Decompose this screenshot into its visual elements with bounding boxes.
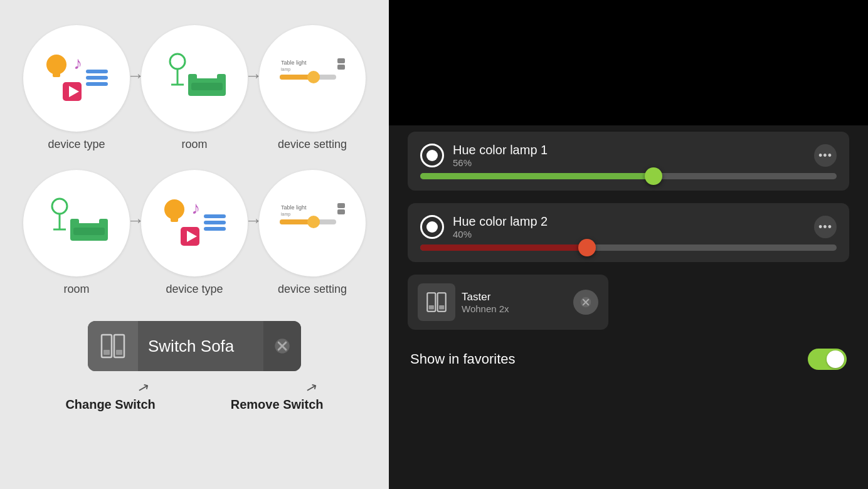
svg-point-29 (164, 199, 184, 219)
svg-rect-32 (204, 214, 226, 218)
top-step-2: room (141, 25, 248, 151)
lamp2-info: Hue color lamp 2 40% (453, 214, 805, 239)
change-switch-action: ↗ Change Switch (65, 380, 155, 412)
svg-rect-43 (337, 209, 345, 214)
switch-device-icon (99, 332, 127, 360)
top-circle-3: Table light lamp (259, 25, 366, 132)
svg-rect-21 (337, 65, 345, 70)
toggle-knob (827, 350, 844, 368)
svg-point-41 (307, 216, 320, 228)
top-step2-label: room (181, 138, 207, 151)
top-step-1: ♪ device type (23, 25, 130, 151)
bottom-circle-3: Table light lamp (259, 170, 366, 276)
top-step-3: Table light lamp device setting (259, 25, 366, 151)
taster-info: Taster Wohnen 2x (462, 291, 567, 314)
taster-device-icon (425, 291, 448, 313)
top-circle-2 (141, 25, 248, 132)
left-panel: ♪ device type → (0, 0, 389, 489)
switch-area: Switch Sofa ↗ Change Switch ↗ Remove Swi… (65, 321, 323, 412)
svg-point-8 (170, 54, 185, 69)
lamp1-more-button[interactable]: ••• (814, 144, 837, 167)
svg-rect-33 (204, 221, 226, 224)
lamp1-percent: 56% (453, 157, 805, 168)
taster-close-button[interactable] (573, 290, 598, 315)
taster-close-icon (580, 296, 592, 308)
remove-arrow: ↗ (304, 379, 319, 397)
lamp2-slider-thumb[interactable] (578, 239, 596, 256)
svg-rect-4 (86, 76, 108, 80)
lamp2-header: Hue color lamp 2 40% ••• (420, 214, 837, 239)
svg-rect-54 (439, 305, 444, 310)
svg-rect-53 (429, 305, 434, 310)
svg-rect-34 (204, 227, 226, 231)
svg-rect-47 (116, 350, 122, 355)
bottom-circle-1 (23, 170, 130, 276)
svg-text:♪: ♪ (191, 198, 200, 218)
bottom-step2-label: device type (166, 283, 223, 296)
lamp2-slider[interactable] (420, 244, 837, 251)
close-icon (273, 337, 291, 355)
bottom-step-1: room (23, 170, 130, 296)
svg-rect-5 (86, 82, 108, 86)
lamp1-sun-icon (420, 144, 444, 167)
change-arrow: ↗ (136, 379, 151, 397)
bottom-step1-label: room (63, 283, 89, 296)
lamp1-name: Hue color lamp 1 (453, 143, 805, 157)
lamp2-more-button[interactable]: ••• (814, 216, 837, 238)
lamp2-name: Hue color lamp 2 (453, 214, 805, 229)
change-switch-label[interactable]: Change Switch (65, 397, 155, 412)
top-circle-1: ♪ (23, 25, 130, 132)
svg-rect-3 (86, 70, 108, 73)
svg-rect-46 (103, 350, 110, 355)
taster-name: Taster (462, 291, 567, 303)
lamp2-slider-fill (420, 244, 587, 251)
svg-text:Table light: Table light (281, 204, 307, 211)
svg-text:♪: ♪ (73, 53, 82, 73)
svg-rect-42 (337, 203, 345, 208)
favorites-toggle[interactable] (808, 349, 847, 370)
svg-rect-1 (53, 72, 60, 77)
bottom-workflow-row: room → ♪ device (23, 170, 366, 296)
top-step3-label: device setting (278, 138, 347, 151)
favorites-row: Show in favorites (408, 342, 849, 376)
switch-icon (88, 321, 138, 371)
svg-point-19 (307, 71, 320, 83)
switch-label: Switch Sofa (138, 337, 263, 356)
remove-switch-action: ↗ Remove Switch (231, 380, 324, 412)
svg-text:lamp: lamp (281, 212, 290, 217)
lamp1-info: Hue color lamp 1 56% (453, 143, 805, 168)
remove-switch-label[interactable]: Remove Switch (231, 397, 324, 412)
switch-close-button[interactable] (263, 321, 301, 371)
lamp2-card: Hue color lamp 2 40% ••• (408, 203, 849, 262)
svg-text:Table light: Table light (281, 60, 307, 66)
lamp1-header: Hue color lamp 1 56% ••• (420, 143, 837, 168)
svg-point-22 (52, 199, 67, 214)
svg-rect-14 (191, 83, 223, 90)
lamp1-slider[interactable] (420, 173, 837, 179)
svg-text:lamp: lamp (281, 67, 290, 72)
taster-icon (418, 283, 455, 321)
svg-rect-30 (171, 217, 178, 222)
bottom-step-2: ♪ device type (141, 170, 248, 296)
right-panel: Hue color lamp 1 56% ••• Hue color lamp … (389, 0, 868, 489)
bottom-circle-2: ♪ (141, 170, 248, 276)
lamp1-slider-fill (420, 173, 654, 179)
switch-actions: ↗ Change Switch ↗ Remove Switch (65, 380, 323, 412)
favorites-label: Show in favorites (410, 351, 516, 367)
bottom-step3-label: device setting (278, 283, 347, 296)
top-overlay (389, 0, 868, 125)
lamp1-card: Hue color lamp 1 56% ••• (408, 132, 849, 191)
taster-card: Taster Wohnen 2x (408, 275, 608, 330)
bottom-step-3: Table light lamp device setting (259, 170, 366, 296)
svg-rect-28 (73, 228, 105, 235)
taster-sub: Wohnen 2x (462, 303, 567, 314)
svg-point-0 (46, 55, 66, 75)
svg-rect-20 (337, 58, 345, 63)
top-workflow-row: ♪ device type → (23, 25, 366, 151)
lamp2-percent: 40% (453, 229, 805, 239)
top-step1-label: device type (48, 138, 105, 151)
switch-sofa-button[interactable]: Switch Sofa (88, 321, 301, 371)
lamp2-sun-icon (420, 215, 444, 239)
lamp1-slider-thumb[interactable] (645, 167, 662, 185)
